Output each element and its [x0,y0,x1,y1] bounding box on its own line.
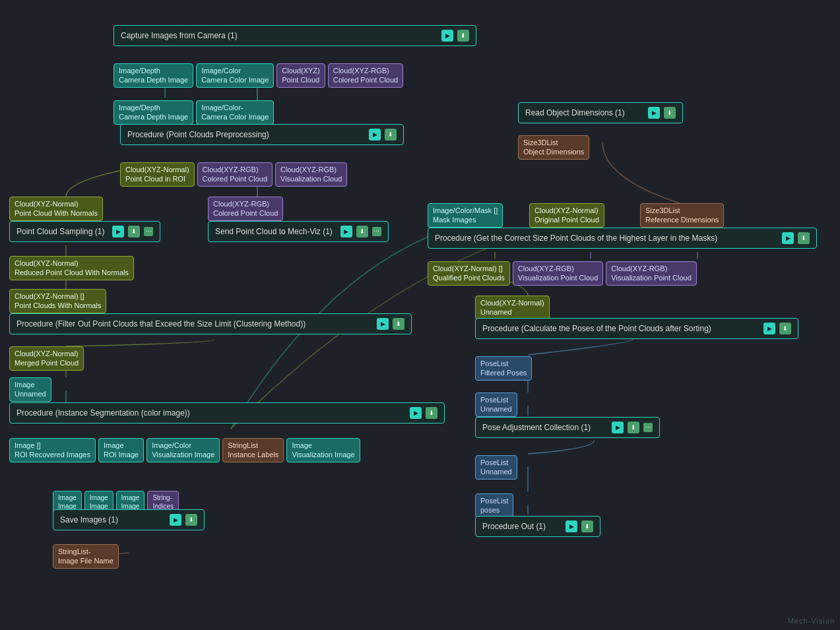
port-roi-image: ImageROI Image [98,438,144,462]
watermark: Mech-Vision [788,617,835,625]
port-colored-cloud: Cloud(XYZ-RGB)Colored Point Cloud [328,63,403,88]
proc-out-play-btn[interactable] [565,520,577,532]
port-original-cloud: Cloud(XYZ-Normal)Original Point Cloud [529,203,604,228]
port-poselist-poses: PoseListposes [475,493,513,518]
calc-poses-down-btn[interactable] [779,323,791,334]
port-colored-cloud-mid: Cloud(XYZ-RGB)Colored Point Cloud [208,197,283,221]
instance-seg-down-btn[interactable] [426,407,437,419]
sampling-dots-btn[interactable] [144,227,153,236]
pose-adjustment-label: Pose Adjustment Collection (1) [482,423,591,432]
read-object-dims-node: Read Object Dimensions (1) [518,102,683,123]
calc-poses-play-btn[interactable] [763,323,775,334]
correct-size-down-btn[interactable] [798,232,810,244]
port-roi-recovered: Image []ROI Recovered Images [9,438,96,462]
read-dims-play-btn[interactable] [648,107,660,119]
port-viz-image2: ImageVisualization Image [286,438,360,462]
port-viz-cloud2: Cloud(XYZ-RGB)Visualization Point Cloud [606,261,696,286]
filter-down-btn[interactable] [393,318,404,330]
port-cloud-with-normals: Cloud(XYZ-Normal)Point Cloud With Normal… [9,197,103,221]
filter-play-btn[interactable] [377,318,389,330]
mechviz-down-btn[interactable] [356,226,368,237]
port-viz-cloud: Cloud(XYZ-RGB)Visualization Cloud [275,162,347,187]
port-color-camera: Image/ColorCamera Color Image [196,63,274,88]
get-correct-size-node: Procedure (Get the Correct Size Point Cl… [428,228,817,249]
procedure-out-node: Procedure Out (1) [475,516,600,537]
save-images-node: Save Images (1) [53,509,205,530]
capture-images-node: Capture Images from Camera (1) [113,25,476,46]
mechviz-label: Send Point Cloud to Mech-Viz (1) [215,227,333,236]
mechviz-play-btn[interactable] [340,226,352,237]
port-viz-cloud1: Cloud(XYZ-RGB)Visualization Point Cloud [513,261,603,286]
port-colored-cloud2: Cloud(XYZ-RGB)Colored Point Cloud [197,162,273,187]
port-poselist-unnamed2: PoseListUnnamed [475,455,517,480]
mechviz-dots-btn[interactable] [372,227,381,236]
port-depth-camera: Image/DepthCamera Depth Image [113,63,193,88]
point-cloud-preproc-node: Procedure (Point Clouds Preprocessing) [120,124,404,145]
filter-proc-node: Procedure (Filter Out Point Clouds that … [9,313,412,334]
preproc-down-btn[interactable] [385,129,397,141]
port-reference-dims: Size3DListReference Dimensions [640,203,724,228]
instance-seg-label: Procedure (Instance Segmentation (color … [16,408,190,418]
port-filtered-poses: PoseListFiltered Poses [475,356,532,381]
correct-size-label: Procedure (Get the Correct Size Point Cl… [435,234,717,243]
sampling-label: Point Cloud Sampling (1) [16,227,104,236]
save-images-label: Save Images (1) [60,515,118,524]
port-point-cloud: Cloud(XYZ)Point Cloud [276,63,325,88]
port-viz-image: Image/ColorVisualization Image [146,438,220,462]
pose-adj-dots-btn[interactable] [643,423,653,432]
port-reduced-cloud: Cloud(XYZ-Normal)Reduced Point Cloud Wit… [9,256,134,280]
capture-images-play-btn[interactable] [441,30,453,42]
read-dims-down-btn[interactable] [664,107,676,119]
instance-seg-node: Procedure (Instance Segmentation (color … [9,402,445,424]
sampling-down-btn[interactable] [128,226,140,237]
port-poselist-unnamed1: PoseListUnnamed [475,393,517,417]
filter-label: Procedure (Filter Out Point Clouds that … [16,319,306,329]
pose-adj-play-btn[interactable] [612,422,624,433]
point-cloud-sampling-node: Point Cloud Sampling (1) [9,221,160,242]
sampling-play-btn[interactable] [112,226,124,237]
port-object-dimensions: Size3DListObject Dimensions [518,135,589,160]
proc-out-down-btn[interactable] [581,520,593,532]
instance-seg-play-btn[interactable] [410,407,422,419]
pose-adj-down-btn[interactable] [628,422,639,433]
port-image-unnamed: ImageUnnamed [9,377,51,402]
save-images-down-btn[interactable] [185,514,197,526]
port-cloud-unnamed: Cloud(XYZ-Normal)Unnamed [475,296,550,320]
port-instance-labels: StringListInstance Labels [222,438,284,462]
calc-poses-label: Procedure (Calculate the Poses of the Po… [482,324,711,333]
port-qualified-clouds: Cloud(XYZ-Normal) []Qualified Point Clou… [428,261,510,286]
read-dims-label: Read Object Dimensions (1) [525,108,625,117]
preproc-label: Procedure (Point Clouds Preprocessing) [127,130,269,139]
port-clouds-with-normals-arr: Cloud(XYZ-Normal) []Point Clouds With No… [9,289,106,313]
port-depth-image2: Image/DepthCamera Depth Image [113,100,193,125]
port-merged-cloud: Cloud(XYZ-Normal)Merged Point Cloud [9,346,84,371]
port-mask-images: Image/Color/Mask []Mask Images [428,203,503,228]
port-image-file-name: StringList-Image File Name [53,544,119,569]
preproc-play-btn[interactable] [369,129,381,141]
save-images-play-btn[interactable] [170,514,181,526]
port-cloud-roi: Cloud(XYZ-Normal)Point Cloud in ROI [120,162,195,187]
capture-images-label: Capture Images from Camera (1) [121,31,238,40]
proc-out-label: Procedure Out (1) [482,522,546,531]
calc-poses-node: Procedure (Calculate the Poses of the Po… [475,318,798,339]
correct-size-play-btn[interactable] [782,232,794,244]
port-color-image2: Image/Color-Camera Color Image [196,100,274,125]
send-to-mechviz-node: Send Point Cloud to Mech-Viz (1) [208,221,389,242]
pose-adjustment-node: Pose Adjustment Collection (1) [475,417,660,438]
capture-images-down-btn[interactable] [457,30,469,42]
